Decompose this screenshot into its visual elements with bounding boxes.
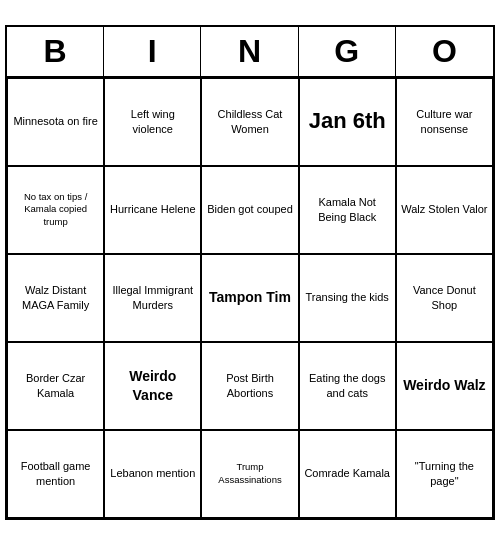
bingo-cell-14[interactable]: Vance Donut Shop — [396, 254, 493, 342]
bingo-cell-19[interactable]: Weirdo Walz — [396, 342, 493, 430]
bingo-cell-20[interactable]: Football game mention — [7, 430, 104, 518]
bingo-cell-17[interactable]: Post Birth Abortions — [201, 342, 298, 430]
bingo-cell-9[interactable]: Walz Stolen Valor — [396, 166, 493, 254]
header-letter-g: G — [299, 27, 396, 76]
bingo-grid: Minnesota on fireLeft wing violenceChild… — [7, 78, 493, 518]
bingo-cell-4[interactable]: Culture war nonsense — [396, 78, 493, 166]
bingo-header: BINGO — [7, 27, 493, 78]
bingo-cell-24[interactable]: "Turning the page" — [396, 430, 493, 518]
bingo-cell-6[interactable]: Hurricane Helene — [104, 166, 201, 254]
bingo-card: BINGO Minnesota on fireLeft wing violenc… — [5, 25, 495, 520]
bingo-cell-12[interactable]: Tampon Tim — [201, 254, 298, 342]
bingo-cell-3[interactable]: Jan 6th — [299, 78, 396, 166]
bingo-cell-23[interactable]: Comrade Kamala — [299, 430, 396, 518]
header-letter-o: O — [396, 27, 493, 76]
bingo-cell-5[interactable]: No tax on tips / Kamala copied trump — [7, 166, 104, 254]
header-letter-b: B — [7, 27, 104, 76]
bingo-cell-16[interactable]: Weirdo Vance — [104, 342, 201, 430]
bingo-cell-2[interactable]: Childless Cat Women — [201, 78, 298, 166]
bingo-cell-15[interactable]: Border Czar Kamala — [7, 342, 104, 430]
bingo-cell-18[interactable]: Eating the dogs and cats — [299, 342, 396, 430]
bingo-cell-22[interactable]: Trump Assassinations — [201, 430, 298, 518]
bingo-cell-11[interactable]: Illegal Immigrant Murders — [104, 254, 201, 342]
bingo-cell-7[interactable]: Biden got couped — [201, 166, 298, 254]
header-letter-i: I — [104, 27, 201, 76]
bingo-cell-21[interactable]: Lebanon mention — [104, 430, 201, 518]
header-letter-n: N — [201, 27, 298, 76]
bingo-cell-8[interactable]: Kamala Not Being Black — [299, 166, 396, 254]
bingo-cell-13[interactable]: Transing the kids — [299, 254, 396, 342]
bingo-cell-0[interactable]: Minnesota on fire — [7, 78, 104, 166]
bingo-cell-1[interactable]: Left wing violence — [104, 78, 201, 166]
bingo-cell-10[interactable]: Walz Distant MAGA Family — [7, 254, 104, 342]
